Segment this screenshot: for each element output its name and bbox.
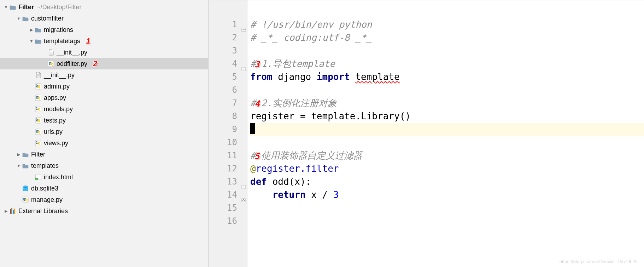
code-token: register.filter (256, 163, 339, 174)
arrow-placeholder: ▶ (28, 95, 35, 101)
folder-icon (9, 4, 16, 11)
expand-arrow-icon[interactable]: ▼ (3, 4, 9, 11)
arrow-placeholder: ▶ (28, 140, 35, 147)
code-token: register = template.Library() (250, 111, 411, 121)
code-line[interactable]: 4# 2.实例化注册对象 (250, 97, 644, 110)
tree-item-label: db.sqlite3 (31, 183, 58, 194)
arrow-placeholder: ▶ (28, 174, 35, 181)
code-line[interactable]: def odd(x): (250, 175, 644, 188)
tree-row[interactable]: ▼customfilter (0, 13, 208, 24)
tree-row[interactable]: ▶db.sqlite3 (0, 183, 208, 194)
expand-arrow-icon[interactable]: ▶ (3, 208, 9, 215)
tree-row[interactable]: ▶manage.py (0, 194, 208, 205)
code-token (250, 189, 273, 200)
line-number: 6 (209, 84, 247, 97)
python-file-icon (47, 60, 54, 67)
folder-icon (35, 26, 42, 33)
fold-collapse-icon[interactable] (241, 62, 246, 66)
code-line[interactable]: 5# 使用装饰器自定义过滤器 (250, 149, 644, 162)
tree-item-label: views.py (44, 138, 68, 149)
project-tree-panel[interactable]: ▼Filter~/Desktop/Filter▼customfilter▶mig… (0, 0, 209, 267)
code-line[interactable] (250, 215, 644, 228)
tree-row[interactable]: ▼templatetags1 (0, 35, 208, 47)
tree-item-label: index.html (44, 172, 73, 183)
code-line[interactable] (250, 84, 644, 97)
expand-arrow-icon[interactable]: ▶ (28, 27, 35, 33)
code-token: # !/usr/bin/env python (250, 19, 372, 30)
line-number: 5 (209, 70, 247, 84)
line-number: 2 (209, 31, 247, 44)
tree-row[interactable]: ▶tests.py (0, 115, 208, 126)
annotation-badge: 3 (254, 58, 259, 71)
tree-row[interactable]: ▶oddfilter.py2 (0, 58, 208, 69)
tree-row[interactable]: ▶External Libraries (0, 205, 208, 217)
arrow-placeholder: ▶ (16, 185, 22, 192)
expand-arrow-icon[interactable]: ▼ (28, 38, 35, 45)
arrow-placeholder: ▶ (41, 49, 47, 56)
tree-item-label: customfilter (31, 13, 64, 24)
arrow-placeholder: ▶ (16, 197, 22, 203)
file-icon (47, 49, 54, 56)
code-line[interactable] (250, 44, 644, 57)
arrow-placeholder: ▶ (28, 83, 35, 90)
tree-row[interactable]: ▶views.py (0, 137, 208, 149)
code-line[interactable]: return x / 3 (250, 188, 644, 201)
database-icon (22, 185, 29, 192)
file-icon (35, 72, 42, 79)
code-line[interactable] (250, 201, 644, 215)
code-line[interactable]: 3# 1.导包template (250, 57, 644, 70)
expand-arrow-icon[interactable]: ▶ (16, 151, 22, 158)
html-file-icon (35, 174, 42, 181)
python-file-icon (35, 117, 42, 124)
arrow-placeholder: ▶ (28, 106, 35, 113)
code-line[interactable]: # !/usr/bin/env python (250, 18, 644, 31)
tree-row[interactable]: ▶urls.py (0, 126, 208, 137)
code-line[interactable] (250, 123, 644, 136)
folder-icon (22, 162, 29, 169)
line-number: 11 (209, 149, 247, 162)
tree-row[interactable]: ▶__init__.py (0, 47, 208, 58)
code-line[interactable] (250, 136, 644, 149)
tree-item-label: External Libraries (18, 206, 68, 217)
annotation-badge: 1 (84, 37, 92, 45)
fold-collapse-icon[interactable] (241, 23, 246, 27)
tree-row[interactable]: ▼Filter~/Desktop/Filter (0, 1, 208, 13)
code-token: 使用装饰器自定义过滤器 (261, 150, 362, 161)
editor-area: 12345678910111213141516 # !/usr/bin/env … (209, 0, 644, 267)
code-line[interactable]: @register.filter (250, 162, 644, 175)
tree-row[interactable]: ▶apps.py (0, 92, 208, 103)
tree-item-label: Filter (18, 2, 34, 13)
line-number: 10 (209, 136, 247, 149)
tree-row[interactable]: ▶models.py (0, 103, 208, 115)
tree-row[interactable]: ▶admin.py (0, 81, 208, 92)
annotation-badge: 2 (91, 59, 99, 68)
code-line[interactable]: register = template.Library() (250, 110, 644, 123)
code-line[interactable]: from django import template (250, 70, 644, 84)
tree-item-label: admin.py (44, 81, 70, 92)
code-token: import (317, 72, 356, 82)
line-number: 13 (209, 175, 247, 188)
tree-row[interactable]: ▼templates (0, 160, 208, 171)
tree-row[interactable]: ▶index.html (0, 171, 208, 183)
line-number: 8 (209, 110, 247, 123)
tree-row[interactable]: ▶Filter (0, 149, 208, 160)
tree-row[interactable]: ▶__init__.py (0, 69, 208, 81)
tree-item-label: templates (31, 160, 59, 171)
line-number: 14 (209, 188, 247, 201)
expand-arrow-icon[interactable]: ▼ (16, 163, 22, 169)
arrow-placeholder: ▶ (28, 129, 35, 135)
tree-row[interactable]: ▶migrations (0, 24, 208, 35)
fold-expand-icon[interactable] (241, 193, 246, 197)
line-gutter: 12345678910111213141516 (209, 0, 247, 267)
code-editor[interactable]: # !/usr/bin/env python# _*_ coding:utf-8… (247, 0, 644, 267)
python-file-icon (35, 94, 42, 101)
line-number: 7 (209, 97, 247, 110)
code-token: odd(x): (273, 176, 311, 187)
fold-collapse-icon[interactable] (241, 180, 246, 184)
tree-item-label: __init__.py (57, 47, 87, 58)
annotation-badge: 5 (254, 150, 259, 163)
watermark-text: https://blog.csdn.net/weixin_45579026 (560, 259, 638, 264)
code-line[interactable]: # _*_ coding:utf-8 _*_ (250, 31, 644, 44)
tree-item-label: oddfilter.py (57, 58, 87, 69)
expand-arrow-icon[interactable]: ▼ (16, 15, 22, 22)
